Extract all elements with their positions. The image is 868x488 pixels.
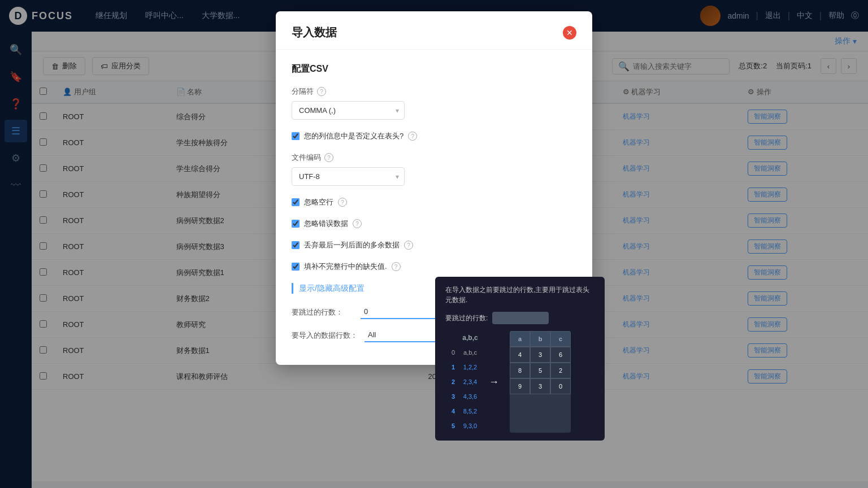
skip-blank-checkbox[interactable] xyxy=(292,198,300,206)
header-checkbox-group: 您的列信息中是否定义在表头? ? xyxy=(292,131,576,141)
modal-header: 导入数据 ✕ xyxy=(276,11,592,50)
tooltip-description: 在导入数据之前要跳过的行数,主要用于跳过表头元数据. xyxy=(445,285,594,305)
modal-title: 导入数据 xyxy=(292,25,337,40)
separator-label: 分隔符 ? xyxy=(292,86,576,97)
encoding-select[interactable]: UTF-8 GBK GB2312 ISO-8859-1 xyxy=(292,167,405,186)
fill-missing-help-icon[interactable]: ? xyxy=(392,262,401,271)
skip-blank-group: 忽略空行 ? xyxy=(292,197,576,207)
encoding-select-wrapper: UTF-8 GBK GB2312 ISO-8859-1 ▾ xyxy=(292,167,405,186)
skip-rows-tooltip: 在导入数据之前要跳过的行数,主要用于跳过表头元数据. 要跳过的行数: 0 1 2… xyxy=(435,277,605,441)
header-checkbox-row[interactable]: 您的列信息中是否定义在表头? ? xyxy=(292,131,576,141)
section-title: 配置CSV xyxy=(292,63,576,75)
tooltip-arrow: → xyxy=(487,331,501,433)
separator-group: 分隔符 ? COMMA (,) TAB SEMICOLON (;) PIPE (… xyxy=(292,86,576,120)
encoding-help-icon[interactable]: ? xyxy=(324,153,333,162)
tooltip-rows-label: 要跳过的行数: xyxy=(445,312,594,324)
fill-missing-group: 填补不完整行中的缺失值. ? xyxy=(292,262,576,272)
separator-select[interactable]: COMMA (,) TAB SEMICOLON (;) PIPE (|) xyxy=(292,101,405,120)
toggle-advanced-link[interactable]: 显示/隐藏高级配置 xyxy=(299,284,364,293)
separator-help-icon[interactable]: ? xyxy=(317,87,326,96)
discard-extra-checkbox[interactable] xyxy=(292,241,300,249)
import-rows-label: 要导入的数据行数： xyxy=(292,330,358,341)
tooltip-rows-input[interactable] xyxy=(492,312,549,324)
fill-missing-checkbox[interactable] xyxy=(292,263,300,271)
fill-missing-row[interactable]: 填补不完整行中的缺失值. ? xyxy=(292,262,576,272)
header-help-icon[interactable]: ? xyxy=(408,132,417,141)
skip-error-row[interactable]: 忽略错误数据 ? xyxy=(292,219,576,229)
encoding-label: 文件编码 ? xyxy=(292,152,576,163)
separator-select-wrapper: COMMA (,) TAB SEMICOLON (;) PIPE (|) ▾ xyxy=(292,101,405,120)
discard-extra-help-icon[interactable]: ? xyxy=(404,241,413,250)
skip-blank-row[interactable]: 忽略空行 ? xyxy=(292,197,576,207)
discard-extra-group: 丢弃最后一列后面的多余数据 ? xyxy=(292,240,576,250)
skip-rows-label: 要跳过的行数： xyxy=(292,307,354,317)
skip-error-checkbox[interactable] xyxy=(292,220,300,228)
tooltip-right-table: a b c 4 3 6 8 5 2 9 3 0 xyxy=(510,331,571,433)
discard-extra-row[interactable]: 丢弃最后一列后面的多余数据 ? xyxy=(292,240,576,250)
tooltip-table: 0 1 2 3 4 5 a,b,c a,b,c 1,2,2 2,3,4 4,3,… xyxy=(445,331,594,433)
encoding-group: 文件编码 ? UTF-8 GBK GB2312 ISO-8859-1 ▾ xyxy=(292,152,576,186)
skip-error-group: 忽略错误数据 ? xyxy=(292,219,576,229)
skip-blank-help-icon[interactable]: ? xyxy=(338,198,347,207)
header-checkbox[interactable] xyxy=(292,132,300,140)
skip-error-help-icon[interactable]: ? xyxy=(353,219,362,228)
modal-close-button[interactable]: ✕ xyxy=(563,26,576,40)
tooltip-left-table: 0 1 2 3 4 5 a,b,c a,b,c 1,2,2 2,3,4 4,3,… xyxy=(445,331,478,433)
